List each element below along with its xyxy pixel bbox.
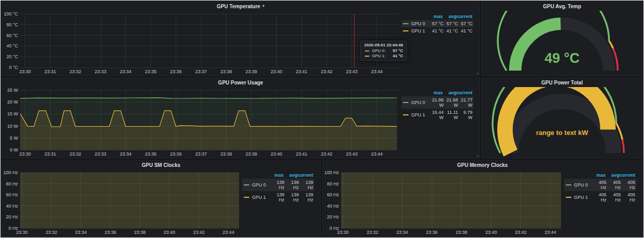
series-name: GPU 0	[250, 182, 270, 188]
panel-header-gpu-power-usage[interactable]: GPU Power Usage	[2, 78, 480, 87]
svg-text:23:31: 23:31	[44, 151, 56, 157]
legend-header: maxavgcurrent	[564, 172, 636, 179]
svg-text:23:40: 23:40	[485, 230, 497, 235]
svg-text:23:39: 23:39	[245, 151, 257, 157]
stat-header[interactable]: current	[619, 173, 635, 178]
legend-row[interactable]: GPU 0139 Hz139 Hz139 Hz	[242, 179, 314, 191]
tooltip-row: GPU 0: 57 °C	[364, 48, 403, 53]
GPU 1-area	[341, 169, 561, 228]
stat-header[interactable]: current	[456, 14, 472, 19]
gauge-value: 49 °C	[483, 50, 641, 66]
svg-text:23:40: 23:40	[164, 230, 176, 235]
stat-header[interactable]: current	[456, 90, 472, 95]
stat-header[interactable]: avg	[605, 173, 619, 178]
series-name: GPU 0	[410, 100, 429, 105]
panel-header-gpu-avg-temp[interactable]: GPU Avg. Temp	[482, 2, 642, 11]
gpu-temperature-legend: maxavgcurrentGPU 057 °C57 °C57 °CGPU 141…	[401, 11, 479, 75]
stat-value: 405 Hz	[606, 192, 621, 202]
gpu-sm-clocks-chart[interactable]: 0 Hz20 Hz40 Hz60 Hz80 Hz100 Hz23:3023:32…	[3, 169, 242, 235]
svg-text:23:41: 23:41	[296, 69, 308, 74]
stat-value: 16.44 W	[429, 110, 444, 120]
stat-header[interactable]: max	[592, 173, 605, 178]
series-name: GPU 1	[410, 112, 429, 117]
svg-text:20 Hz: 20 Hz	[327, 214, 339, 219]
gpu-memory-clocks-legend: maxavgcurrentGPU 0405 Hz405 Hz405 HzGPU …	[564, 169, 641, 235]
stat-value: 41 °C	[429, 28, 444, 33]
svg-text:23:33: 23:33	[95, 69, 107, 74]
stat-value: 41 °C	[444, 28, 458, 33]
gpu-sm-clocks-legend: maxavgcurrentGPU 0139 Hz139 Hz139 HzGPU …	[242, 169, 319, 235]
svg-text:23:30: 23:30	[19, 151, 31, 157]
svg-text:23:44: 23:44	[545, 230, 556, 235]
series-name: GPU 1	[410, 28, 429, 33]
stat-header[interactable]: max	[429, 90, 443, 95]
legend-row[interactable]: GPU 116.44 W11.11 W9.79 W	[401, 109, 473, 121]
panel-title: GPU Power Usage	[218, 80, 263, 86]
svg-text:23:37: 23:37	[195, 69, 207, 74]
stat-header[interactable]: current	[297, 173, 313, 178]
gpu-memory-clocks-chart[interactable]: 0 Hz20 Hz40 Hz60 Hz80 Hz100 Hz23:3023:32…	[324, 169, 564, 235]
panel-header-gpu-memory-clocks[interactable]: GPU Memory Clocks	[323, 160, 642, 169]
svg-text:20 W: 20 W	[7, 99, 19, 105]
gauge-threshold-arc	[622, 140, 624, 153]
gpu-power-total-gauge: range to text kW	[483, 87, 641, 157]
svg-text:20 °C: 20 °C	[6, 54, 18, 59]
svg-text:15 W: 15 W	[7, 111, 19, 116]
panel-title: GPU Avg. Temp	[543, 4, 581, 9]
svg-text:23:42: 23:42	[321, 69, 333, 74]
svg-text:23:36: 23:36	[105, 230, 116, 235]
stat-value: 405 Hz	[592, 180, 606, 190]
svg-text:23:43: 23:43	[346, 151, 358, 157]
panel-gpu-sm-clocks: GPU SM Clocks 0 Hz20 Hz40 Hz60 Hz80 Hz10…	[1, 160, 321, 237]
legend-row[interactable]: GPU 1139 Hz139 Hz139 Hz	[242, 191, 314, 203]
panel-header-gpu-sm-clocks[interactable]: GPU SM Clocks	[2, 160, 320, 169]
gpu-power-usage-legend: maxavgcurrentGPU 021.86 W21.68 W21.77 WG…	[401, 87, 479, 157]
stat-value: 9.79 W	[458, 110, 472, 120]
stat-header[interactable]: avg	[283, 173, 297, 178]
series-color-dash	[244, 184, 249, 185]
stat-header[interactable]: max	[429, 14, 443, 19]
stat-header[interactable]: max	[270, 173, 283, 178]
panel-header-gpu-temperature[interactable]: GPU Temperature ▾	[2, 2, 480, 11]
chevron-down-icon[interactable]: ▾	[262, 4, 264, 8]
svg-text:23:31: 23:31	[44, 69, 56, 74]
series-color-dash	[566, 184, 571, 185]
svg-text:80 °C: 80 °C	[6, 22, 18, 27]
stat-header[interactable]: avg	[443, 90, 456, 95]
svg-text:23:34: 23:34	[120, 151, 132, 157]
gpu-power-usage-chart[interactable]: 0 W5 W10 W15 W20 W25 W23:3023:3123:3223:…	[3, 87, 401, 157]
gpu-temperature-chart[interactable]: 0 °C20 °C40 °C60 °C80 °C100 °C23:3023:31…	[3, 11, 401, 75]
panel-gpu-avg-temp: GPU Avg. Temp 49 °C	[481, 1, 643, 76]
svg-text:100 °C: 100 °C	[4, 11, 18, 16]
tooltip-row: GPU 1: 41 °C	[364, 54, 403, 58]
panel-title: GPU Memory Clocks	[457, 162, 507, 168]
gpu-temperature-plot: 0 °C20 °C40 °C60 °C80 °C100 °C23:3023:31…	[3, 11, 401, 75]
stat-value: 57 °C	[444, 21, 458, 26]
svg-text:23:34: 23:34	[75, 230, 87, 235]
legend-row[interactable]: GPU 021.86 W21.68 W21.77 W	[401, 96, 473, 109]
stat-value: 41 °C	[458, 28, 472, 33]
tooltip-series-value: 57 °C	[387, 48, 403, 53]
svg-text:0 °C: 0 °C	[9, 65, 18, 70]
series-name: GPU 0	[410, 21, 429, 26]
legend-row[interactable]: GPU 057 °C57 °C57 °C	[401, 20, 473, 27]
svg-text:23:33: 23:33	[95, 151, 107, 157]
stat-header[interactable]: avg	[443, 14, 456, 19]
panel-header-gpu-power-total[interactable]: GPU Power Total	[482, 78, 642, 87]
panel-title: GPU Power Total	[541, 80, 583, 86]
svg-text:80 Hz: 80 Hz	[327, 181, 339, 186]
stat-value: 139 Hz	[299, 180, 313, 190]
svg-text:23:42: 23:42	[321, 151, 333, 157]
legend-row[interactable]: GPU 1405 Hz405 Hz405 Hz	[564, 191, 636, 203]
tooltip-series-name: GPU 1:	[372, 54, 385, 58]
stat-value: 139 Hz	[284, 180, 299, 190]
series-name: GPU 0	[572, 182, 592, 188]
gpu-power-total-plot	[483, 87, 641, 157]
svg-text:23:34: 23:34	[120, 69, 132, 74]
series-color-dash	[244, 197, 249, 198]
legend-row[interactable]: GPU 141 °C41 °C41 °C	[401, 27, 473, 35]
svg-text:0 W: 0 W	[10, 147, 19, 152]
legend-row[interactable]: GPU 0405 Hz405 Hz405 Hz	[564, 179, 636, 191]
gpu-memory-clocks-plot: 0 Hz20 Hz40 Hz60 Hz80 Hz100 Hz23:3023:32…	[324, 169, 564, 235]
svg-text:23:41: 23:41	[296, 151, 308, 157]
